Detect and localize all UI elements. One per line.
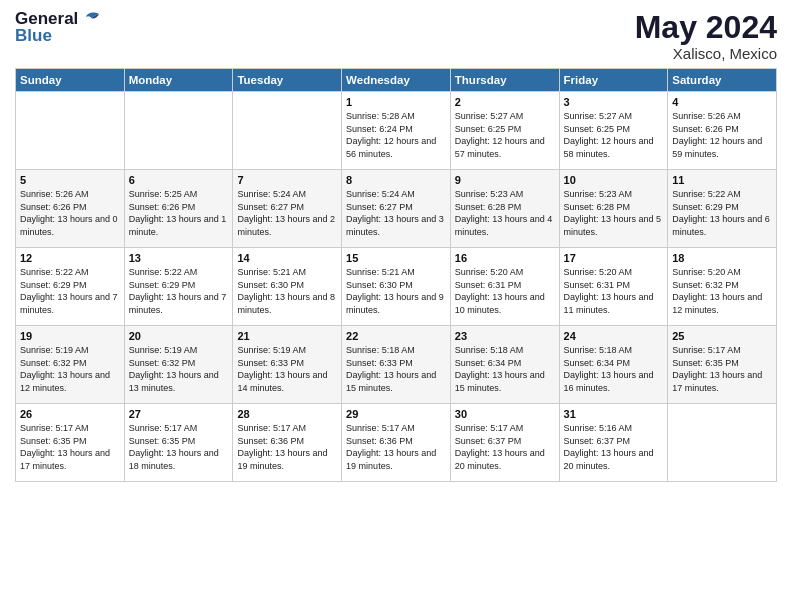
calendar-cell: 19Sunrise: 5:19 AMSunset: 6:32 PMDayligh…	[16, 326, 125, 404]
header-wednesday: Wednesday	[342, 69, 451, 92]
day-info: Sunrise: 5:28 AMSunset: 6:24 PMDaylight:…	[346, 110, 446, 160]
day-number: 14	[237, 252, 337, 264]
day-info: Sunrise: 5:17 AMSunset: 6:36 PMDaylight:…	[346, 422, 446, 472]
day-info: Sunrise: 5:26 AMSunset: 6:26 PMDaylight:…	[20, 188, 120, 238]
calendar-cell: 3Sunrise: 5:27 AMSunset: 6:25 PMDaylight…	[559, 92, 668, 170]
calendar-cell: 27Sunrise: 5:17 AMSunset: 6:35 PMDayligh…	[124, 404, 233, 482]
day-info: Sunrise: 5:17 AMSunset: 6:35 PMDaylight:…	[129, 422, 229, 472]
header-sunday: Sunday	[16, 69, 125, 92]
calendar-cell: 8Sunrise: 5:24 AMSunset: 6:27 PMDaylight…	[342, 170, 451, 248]
calendar-cell: 23Sunrise: 5:18 AMSunset: 6:34 PMDayligh…	[450, 326, 559, 404]
header: General Blue May 2024 Xalisco, Mexico	[15, 10, 777, 62]
calendar-cell: 25Sunrise: 5:17 AMSunset: 6:35 PMDayligh…	[668, 326, 777, 404]
calendar-cell: 16Sunrise: 5:20 AMSunset: 6:31 PMDayligh…	[450, 248, 559, 326]
calendar-cell: 4Sunrise: 5:26 AMSunset: 6:26 PMDaylight…	[668, 92, 777, 170]
calendar-cell: 15Sunrise: 5:21 AMSunset: 6:30 PMDayligh…	[342, 248, 451, 326]
day-info: Sunrise: 5:17 AMSunset: 6:37 PMDaylight:…	[455, 422, 555, 472]
day-info: Sunrise: 5:18 AMSunset: 6:34 PMDaylight:…	[564, 344, 664, 394]
day-number: 2	[455, 96, 555, 108]
day-number: 19	[20, 330, 120, 342]
day-number: 24	[564, 330, 664, 342]
day-info: Sunrise: 5:22 AMSunset: 6:29 PMDaylight:…	[20, 266, 120, 316]
calendar-cell: 20Sunrise: 5:19 AMSunset: 6:32 PMDayligh…	[124, 326, 233, 404]
day-info: Sunrise: 5:20 AMSunset: 6:32 PMDaylight:…	[672, 266, 772, 316]
header-saturday: Saturday	[668, 69, 777, 92]
day-number: 18	[672, 252, 772, 264]
day-info: Sunrise: 5:20 AMSunset: 6:31 PMDaylight:…	[564, 266, 664, 316]
day-info: Sunrise: 5:21 AMSunset: 6:30 PMDaylight:…	[346, 266, 446, 316]
header-thursday: Thursday	[450, 69, 559, 92]
day-info: Sunrise: 5:18 AMSunset: 6:34 PMDaylight:…	[455, 344, 555, 394]
day-info: Sunrise: 5:24 AMSunset: 6:27 PMDaylight:…	[237, 188, 337, 238]
calendar-cell: 22Sunrise: 5:18 AMSunset: 6:33 PMDayligh…	[342, 326, 451, 404]
day-info: Sunrise: 5:17 AMSunset: 6:36 PMDaylight:…	[237, 422, 337, 472]
calendar-cell: 11Sunrise: 5:22 AMSunset: 6:29 PMDayligh…	[668, 170, 777, 248]
calendar-cell: 24Sunrise: 5:18 AMSunset: 6:34 PMDayligh…	[559, 326, 668, 404]
day-number: 20	[129, 330, 229, 342]
day-info: Sunrise: 5:23 AMSunset: 6:28 PMDaylight:…	[564, 188, 664, 238]
day-number: 9	[455, 174, 555, 186]
logo: General Blue	[15, 10, 102, 45]
calendar-cell: 29Sunrise: 5:17 AMSunset: 6:36 PMDayligh…	[342, 404, 451, 482]
day-info: Sunrise: 5:22 AMSunset: 6:29 PMDaylight:…	[129, 266, 229, 316]
page: General Blue May 2024 Xalisco, Mexico Su…	[0, 0, 792, 612]
calendar-cell: 12Sunrise: 5:22 AMSunset: 6:29 PMDayligh…	[16, 248, 125, 326]
day-number: 29	[346, 408, 446, 420]
day-number: 26	[20, 408, 120, 420]
calendar-cell	[16, 92, 125, 170]
day-info: Sunrise: 5:26 AMSunset: 6:26 PMDaylight:…	[672, 110, 772, 160]
calendar-cell	[668, 404, 777, 482]
calendar-cell: 5Sunrise: 5:26 AMSunset: 6:26 PMDaylight…	[16, 170, 125, 248]
day-info: Sunrise: 5:19 AMSunset: 6:32 PMDaylight:…	[20, 344, 120, 394]
day-number: 21	[237, 330, 337, 342]
header-monday: Monday	[124, 69, 233, 92]
day-number: 23	[455, 330, 555, 342]
day-number: 13	[129, 252, 229, 264]
weekday-header-row: Sunday Monday Tuesday Wednesday Thursday…	[16, 69, 777, 92]
day-info: Sunrise: 5:17 AMSunset: 6:35 PMDaylight:…	[20, 422, 120, 472]
day-number: 16	[455, 252, 555, 264]
day-info: Sunrise: 5:22 AMSunset: 6:29 PMDaylight:…	[672, 188, 772, 238]
day-info: Sunrise: 5:27 AMSunset: 6:25 PMDaylight:…	[455, 110, 555, 160]
calendar-cell: 31Sunrise: 5:16 AMSunset: 6:37 PMDayligh…	[559, 404, 668, 482]
day-number: 7	[237, 174, 337, 186]
day-info: Sunrise: 5:18 AMSunset: 6:33 PMDaylight:…	[346, 344, 446, 394]
day-number: 28	[237, 408, 337, 420]
day-number: 11	[672, 174, 772, 186]
calendar-cell: 9Sunrise: 5:23 AMSunset: 6:28 PMDaylight…	[450, 170, 559, 248]
calendar-cell: 13Sunrise: 5:22 AMSunset: 6:29 PMDayligh…	[124, 248, 233, 326]
day-number: 25	[672, 330, 772, 342]
calendar-cell: 6Sunrise: 5:25 AMSunset: 6:26 PMDaylight…	[124, 170, 233, 248]
calendar-table: Sunday Monday Tuesday Wednesday Thursday…	[15, 68, 777, 482]
day-number: 8	[346, 174, 446, 186]
day-number: 17	[564, 252, 664, 264]
logo-bird-icon	[80, 6, 102, 28]
calendar-cell: 21Sunrise: 5:19 AMSunset: 6:33 PMDayligh…	[233, 326, 342, 404]
day-number: 3	[564, 96, 664, 108]
day-info: Sunrise: 5:27 AMSunset: 6:25 PMDaylight:…	[564, 110, 664, 160]
day-number: 5	[20, 174, 120, 186]
calendar-cell: 14Sunrise: 5:21 AMSunset: 6:30 PMDayligh…	[233, 248, 342, 326]
day-info: Sunrise: 5:25 AMSunset: 6:26 PMDaylight:…	[129, 188, 229, 238]
calendar-cell: 28Sunrise: 5:17 AMSunset: 6:36 PMDayligh…	[233, 404, 342, 482]
day-number: 15	[346, 252, 446, 264]
day-info: Sunrise: 5:20 AMSunset: 6:31 PMDaylight:…	[455, 266, 555, 316]
title-block: May 2024 Xalisco, Mexico	[635, 10, 777, 62]
calendar-cell: 7Sunrise: 5:24 AMSunset: 6:27 PMDaylight…	[233, 170, 342, 248]
month-title: May 2024	[635, 10, 777, 45]
day-number: 10	[564, 174, 664, 186]
day-number: 27	[129, 408, 229, 420]
day-number: 30	[455, 408, 555, 420]
location: Xalisco, Mexico	[635, 45, 777, 62]
calendar-cell	[233, 92, 342, 170]
day-info: Sunrise: 5:16 AMSunset: 6:37 PMDaylight:…	[564, 422, 664, 472]
day-info: Sunrise: 5:21 AMSunset: 6:30 PMDaylight:…	[237, 266, 337, 316]
calendar-cell: 10Sunrise: 5:23 AMSunset: 6:28 PMDayligh…	[559, 170, 668, 248]
day-number: 4	[672, 96, 772, 108]
calendar-cell: 26Sunrise: 5:17 AMSunset: 6:35 PMDayligh…	[16, 404, 125, 482]
calendar-cell: 1Sunrise: 5:28 AMSunset: 6:24 PMDaylight…	[342, 92, 451, 170]
day-info: Sunrise: 5:19 AMSunset: 6:33 PMDaylight:…	[237, 344, 337, 394]
calendar-cell: 30Sunrise: 5:17 AMSunset: 6:37 PMDayligh…	[450, 404, 559, 482]
day-number: 12	[20, 252, 120, 264]
day-number: 6	[129, 174, 229, 186]
